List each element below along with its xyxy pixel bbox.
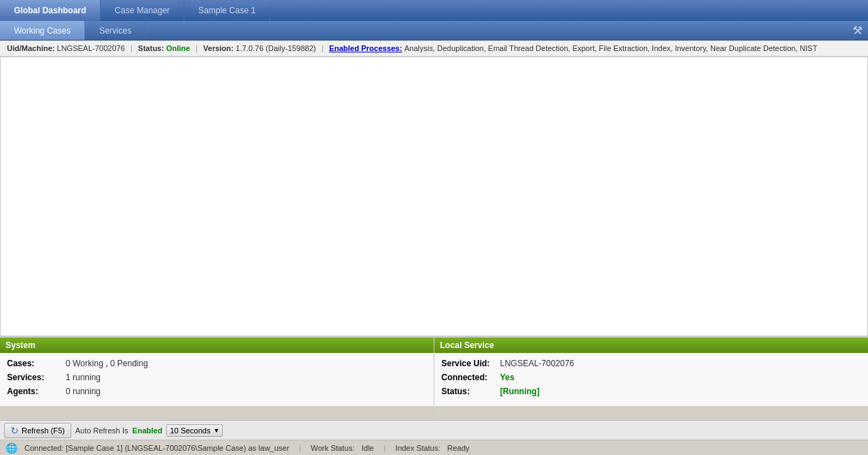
bottom-bar: ↻ Refresh (F5) Auto Refresh Is Enabled 1… [0,420,868,440]
cases-pending-value: 0 Pending [110,359,148,368]
cases-row: Cases: 0 Working , 0 Pending [7,359,427,368]
index-status-label: Index Status: [395,444,440,452]
tab-case-manager[interactable]: Case Manager [101,0,184,21]
service-uid-value: LNGSEAL-7002076 [500,359,574,368]
agents-label: Agents: [7,387,63,396]
status-panels: System Cases: 0 Working , 0 Pending Serv… [0,336,868,420]
globe-icon: 🌐 [6,442,17,454]
sub-tab-working-cases[interactable]: Working Cases [0,21,85,40]
uid-label: Uid/Machine: [7,44,54,52]
auto-refresh-dropdown[interactable]: 10 Seconds ▼ [166,424,223,437]
dropdown-arrow-icon: ▼ [213,427,219,434]
status-value: Online [166,44,190,52]
connected-value: Yes [500,373,515,382]
sep1: | [131,44,133,52]
sep2: | [196,44,198,52]
status-label: Status: [138,44,164,52]
auto-refresh-interval: 10 Seconds [170,426,210,435]
local-service-panel: Local Service Service Uid: LNGSEAL-70020… [434,338,868,420]
status-separator-2: | [383,444,385,452]
main-content-area [0,57,868,336]
local-status-label: Status: [441,387,497,396]
cases-label: Cases: [7,359,63,368]
service-uid-row: Service Uid: LNGSEAL-7002076 [441,359,861,368]
work-status-value: Idle [362,444,374,452]
auto-refresh-status: Enabled [133,426,163,435]
agents-row: Agents: 0 running [7,387,427,396]
sub-tabs: Working Cases Services ⚒ [0,21,868,41]
title-bar: Global Dashboard Case Manager Sample Cas… [0,0,868,21]
connected-row: Connected: Yes [441,373,861,382]
sub-tab-spacer [146,21,847,40]
settings-wrench-icon[interactable]: ⚒ [847,21,868,40]
tab-global-dashboard[interactable]: Global Dashboard [0,0,101,21]
agents-value: 0 running [66,387,101,396]
services-label: Services: [7,373,63,382]
local-service-panel-header: Local Service [434,338,868,353]
connected-text: Connected: [Sample Case 1] (LNGSEAL-7002… [24,444,289,452]
index-status-value: Ready [448,444,470,452]
version-label: Version: [203,44,233,52]
tab-sample-case-1[interactable]: Sample Case 1 [184,0,270,21]
system-panel: System Cases: 0 Working , 0 Pending Serv… [0,338,434,420]
app-wrapper: Global Dashboard Case Manager Sample Cas… [0,0,868,455]
refresh-label: Refresh (F5) [22,426,65,435]
connected-label: Connected: [441,373,497,382]
services-row: Services: 1 running [7,373,427,382]
local-status-row: Status: [Running] [441,387,861,396]
status-separator: | [299,444,301,452]
system-panel-header: System [0,338,434,353]
local-service-panel-body: Service Uid: LNGSEAL-7002076 Connected: … [434,353,868,406]
services-value: 1 running [66,373,101,382]
enabled-processes-value: Analysis, Deduplication, Email Thread De… [404,44,817,52]
work-status-label: Work Status: [311,444,355,452]
sub-tab-services[interactable]: Services [85,21,146,40]
cases-working-value: 0 Working [66,359,103,368]
enabled-processes-label[interactable]: Enabled Processes: [329,44,402,52]
auto-refresh-label: Auto Refresh Is [75,426,128,435]
uid-value: LNGSEAL-7002076 [57,44,125,52]
local-status-value: [Running] [500,387,540,396]
refresh-icon: ↻ [10,425,19,436]
service-uid-label: Service Uid: [441,359,497,368]
info-bar: Uid/Machine: LNGSEAL-7002076 | Status: O… [0,41,868,57]
sep3: | [321,44,323,52]
refresh-button[interactable]: ↻ Refresh (F5) [4,423,71,438]
system-panel-body: Cases: 0 Working , 0 Pending Services: 1… [0,353,434,406]
version-value: 1.7.0.76 (Daily-159882) [236,44,316,52]
status-bar: 🌐 Connected: [Sample Case 1] (LNGSEAL-70… [0,440,868,455]
